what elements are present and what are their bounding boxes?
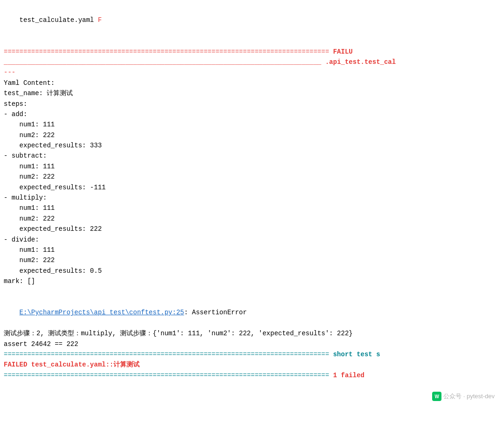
yaml-content-label: Yaml Content: bbox=[4, 78, 500, 88]
multiply-expected: expected_results: 222 bbox=[4, 224, 500, 234]
test-filename: test_calculate.yaml bbox=[20, 16, 98, 24]
blank-line-2 bbox=[4, 287, 500, 297]
test-step-info: 测试步骤：2, 测试类型：multiply, 测试步骤：{'num1': 111… bbox=[4, 328, 500, 339]
wechat-icon: W bbox=[432, 392, 441, 401]
assertion-error-label: : AssertionError bbox=[184, 309, 246, 316]
assert-line: assert 24642 == 222 bbox=[4, 339, 500, 349]
steps-label: steps: bbox=[4, 99, 500, 109]
test-file-line: test_calculate.yaml F bbox=[4, 5, 500, 36]
subtract-expected: expected_results: -111 bbox=[4, 182, 500, 193]
test-name-field: test_name: 计算测试 bbox=[4, 88, 500, 98]
divide-expected: expected_results: 0.5 bbox=[4, 266, 500, 276]
subtract-step: - subtract: bbox=[4, 151, 500, 161]
failures-separator: ========================================… bbox=[4, 47, 500, 57]
multiply-num2: num2: 222 bbox=[4, 214, 500, 224]
multiply-num1: num1: 111 bbox=[4, 203, 500, 213]
divide-num2: num2: 222 bbox=[4, 255, 500, 265]
add-num2: num2: 222 bbox=[4, 130, 500, 140]
failed-test-line: FAILED test_calculate.yaml::计算测试 bbox=[4, 360, 500, 370]
divide-step: - divide: bbox=[4, 235, 500, 245]
blank-line-1 bbox=[4, 36, 500, 46]
watermark-text: 公众号 · pytest-dev bbox=[443, 392, 495, 401]
add-step: - add: bbox=[4, 109, 500, 119]
mark-field: mark: [] bbox=[4, 276, 500, 286]
final-separator: ========================================… bbox=[4, 370, 500, 381]
subtract-num2: num2: 222 bbox=[4, 172, 500, 182]
short-test-separator: ========================================… bbox=[4, 349, 500, 360]
error-file-link[interactable]: E:\PycharmProjects\api_test\conftest.py:… bbox=[20, 309, 184, 316]
triple-dash-line: --- bbox=[4, 67, 500, 77]
terminal-output: test_calculate.yaml F ==================… bbox=[0, 0, 504, 429]
divide-num1: num1: 111 bbox=[4, 245, 500, 255]
watermark: W 公众号 · pytest-dev bbox=[432, 392, 495, 401]
error-location-line: E:\PycharmProjects\api_test\conftest.py:… bbox=[4, 297, 500, 328]
add-expected: expected_results: 333 bbox=[4, 140, 500, 151]
fail-marker: F bbox=[98, 16, 102, 24]
multiply-step: - multiply: bbox=[4, 193, 500, 203]
add-num1: num1: 111 bbox=[4, 119, 500, 130]
test-name-separator: ________________________________________… bbox=[4, 57, 500, 67]
subtract-num1: num1: 111 bbox=[4, 161, 500, 172]
